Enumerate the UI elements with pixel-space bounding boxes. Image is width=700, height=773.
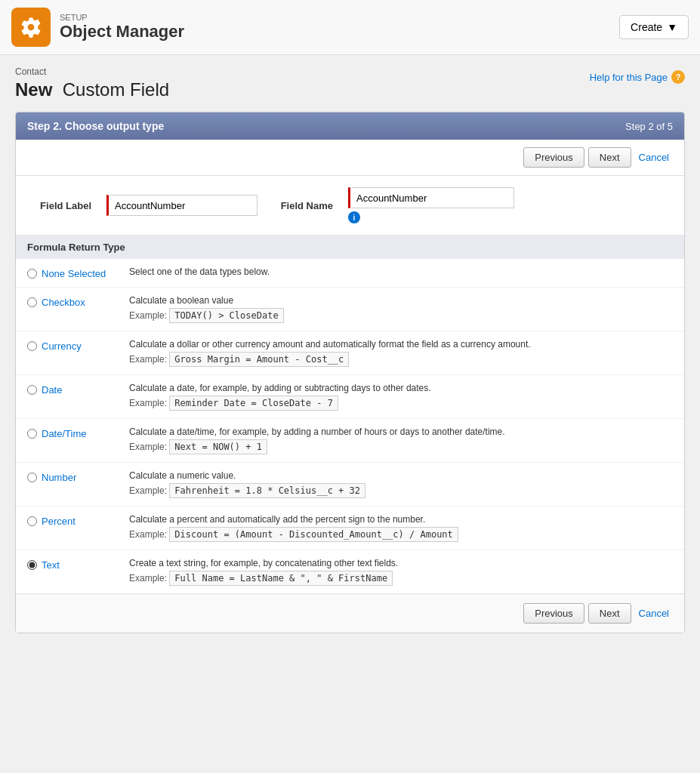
formula-row-text: Text Create a text string, for example, … xyxy=(16,550,684,593)
main-content: Contact New Custom Field Help for this P… xyxy=(0,55,700,645)
previous-button-bottom[interactable]: Previous xyxy=(523,603,584,624)
header-title: Object Manager xyxy=(60,22,184,42)
formula-desc-datetime: Calculate a date/time, for example, by a… xyxy=(129,427,673,454)
radio-currency[interactable] xyxy=(27,341,37,351)
formula-desc-none: Select one of the data types below. xyxy=(129,266,673,277)
formula-row-checkbox: Checkbox Calculate a boolean value Examp… xyxy=(16,288,684,331)
field-inputs-row: Field Label Field Name i xyxy=(16,176,684,236)
formula-desc-text: Create a text string, for example, by co… xyxy=(129,558,673,586)
radio-checkbox[interactable] xyxy=(27,297,37,307)
page-header: SETUP Object Manager Create ▼ xyxy=(0,0,700,55)
help-icon: ? xyxy=(671,70,685,84)
radio-text[interactable] xyxy=(27,560,37,570)
step-header: Step 2. Choose output type Step 2 of 5 xyxy=(16,112,684,140)
formula-desc-checkbox: Calculate a boolean value Example: TODAY… xyxy=(129,295,673,323)
radio-label-currency[interactable]: Currency xyxy=(42,340,82,352)
field-label-label: Field Label xyxy=(31,200,91,211)
formula-row-none: None Selected Select one of the data typ… xyxy=(16,259,684,288)
header-left: SETUP Object Manager xyxy=(11,8,184,47)
field-name-input[interactable] xyxy=(348,187,514,208)
create-button[interactable]: Create ▼ xyxy=(619,15,689,39)
cancel-button-bottom[interactable]: Cancel xyxy=(635,603,673,624)
header-text: SETUP Object Manager xyxy=(60,13,184,42)
radio-col-date: Date xyxy=(27,383,118,396)
formula-desc-date: Calculate a date, for example, by adding… xyxy=(129,383,673,411)
previous-button-top[interactable]: Previous xyxy=(523,147,584,168)
contact-label: Contact xyxy=(15,66,169,77)
step-count: Step 2 of 5 xyxy=(625,121,673,132)
formula-header: Formula Return Type xyxy=(16,236,684,259)
formula-row-percent: Percent Calculate a percent and automati… xyxy=(16,507,684,550)
info-icon[interactable]: i xyxy=(348,211,360,223)
next-button-bottom[interactable]: Next xyxy=(588,603,631,624)
setup-label: SETUP xyxy=(60,13,184,22)
cancel-button-top[interactable]: Cancel xyxy=(635,147,673,168)
top-btn-row: Previous Next Cancel xyxy=(16,140,684,176)
page-heading-left: Contact New Custom Field xyxy=(15,66,169,100)
formula-row-datetime: Date/Time Calculate a date/time, for exa… xyxy=(16,419,684,463)
radio-label-date[interactable]: Date xyxy=(42,384,62,396)
step-title: Step 2. Choose output type xyxy=(27,120,164,132)
field-name-label: Field Name xyxy=(273,200,333,211)
bottom-btn-row: Previous Next Cancel xyxy=(16,593,684,633)
page-heading: Contact New Custom Field Help for this P… xyxy=(15,66,685,100)
radio-col-none: None Selected xyxy=(27,266,118,279)
help-link[interactable]: Help for this Page ? xyxy=(590,70,685,84)
radio-datetime[interactable] xyxy=(27,429,37,439)
radio-col-checkbox: Checkbox xyxy=(27,295,118,308)
radio-col-percent: Percent xyxy=(27,514,118,527)
radio-label-none[interactable]: None Selected xyxy=(42,268,106,279)
radio-col-datetime: Date/Time xyxy=(27,427,118,439)
radio-col-text: Text xyxy=(27,558,118,571)
radio-percent[interactable] xyxy=(27,516,37,526)
formula-desc-number: Calculate a numeric value. Example: Fahr… xyxy=(129,470,673,498)
field-name-section: i xyxy=(348,187,514,223)
page-title: New Custom Field xyxy=(15,79,169,100)
radio-number[interactable] xyxy=(27,473,37,482)
formula-desc-percent: Calculate a percent and automatically ad… xyxy=(129,514,673,542)
radio-label-datetime[interactable]: Date/Time xyxy=(42,428,86,439)
formula-section: Formula Return Type None Selected Select… xyxy=(16,236,684,593)
radio-label-checkbox[interactable]: Checkbox xyxy=(42,297,85,308)
formula-options: None Selected Select one of the data typ… xyxy=(16,259,684,593)
field-label-input[interactable] xyxy=(106,195,257,216)
formula-row-date: Date Calculate a date, for example, by a… xyxy=(16,375,684,419)
radio-col-currency: Currency xyxy=(27,339,118,352)
formula-row-currency: Currency Calculate a dollar or other cur… xyxy=(16,331,684,375)
radio-col-number: Number xyxy=(27,470,118,483)
chevron-down-icon: ▼ xyxy=(667,21,677,33)
gear-icon xyxy=(20,16,42,38)
next-button-top[interactable]: Next xyxy=(588,147,631,168)
radio-none[interactable] xyxy=(27,269,37,279)
step-container: Step 2. Choose output type Step 2 of 5 P… xyxy=(15,112,685,633)
setup-icon xyxy=(11,8,51,47)
formula-desc-currency: Calculate a dollar or other currency amo… xyxy=(129,339,673,367)
radio-date[interactable] xyxy=(27,385,37,395)
formula-row-number: Number Calculate a numeric value. Exampl… xyxy=(16,463,684,507)
radio-label-percent[interactable]: Percent xyxy=(42,516,76,527)
radio-label-text[interactable]: Text xyxy=(42,559,60,571)
radio-label-number[interactable]: Number xyxy=(42,472,76,483)
